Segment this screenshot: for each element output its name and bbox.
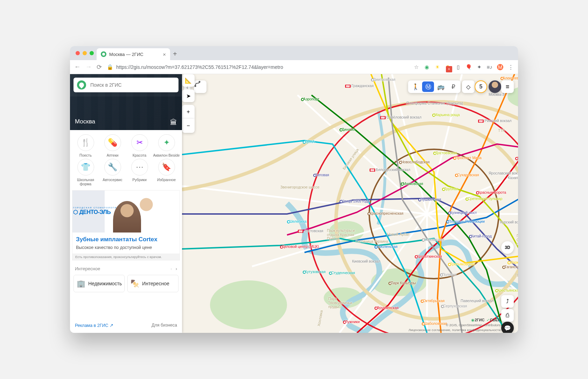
search-bar[interactable] bbox=[74, 78, 178, 92]
ext-music-icon[interactable]: ≡♪ bbox=[486, 64, 493, 70]
station-label[interactable]: Красные Ворота bbox=[478, 190, 506, 194]
station-label[interactable]: Улица 1905 года bbox=[342, 199, 370, 203]
station-label[interactable]: Китай-город bbox=[471, 234, 492, 238]
category-6[interactable]: ⋯Рубрики bbox=[126, 159, 153, 186]
station-label[interactable]: Аэропорт bbox=[303, 97, 319, 101]
print-button[interactable]: ⎙ bbox=[501, 309, 514, 322]
station-label[interactable]: Маяковская bbox=[403, 181, 423, 186]
station-label[interactable]: Павелецкий вокзал bbox=[461, 299, 493, 303]
station-label[interactable]: Проспект Мира bbox=[455, 156, 482, 160]
back-button[interactable]: ← bbox=[74, 63, 80, 71]
mode-bus[interactable]: 🚌 bbox=[435, 81, 447, 92]
category-2[interactable]: ✂Красота bbox=[126, 134, 153, 157]
station-label[interactable]: Казанский вокзал bbox=[508, 176, 518, 180]
station-label[interactable]: Алексеевская bbox=[503, 76, 518, 80]
ext-sun-icon[interactable]: ☀ bbox=[434, 64, 440, 70]
station-label[interactable]: Киевский вокзал bbox=[352, 259, 380, 263]
station-label[interactable]: Пушкинская bbox=[420, 197, 441, 201]
station-label[interactable]: Деловой центр (МЦК) bbox=[282, 244, 319, 249]
business-link[interactable]: Для бизнеса bbox=[152, 323, 177, 328]
category-1[interactable]: 💊Аптеки bbox=[99, 134, 126, 157]
locate-button[interactable]: ➤ bbox=[182, 90, 195, 102]
station-label[interactable]: Сретенский бульвар bbox=[468, 196, 502, 201]
chat-button[interactable]: 💬 bbox=[501, 322, 514, 333]
ads-link[interactable]: Реклама в 2ГИС ↗ bbox=[75, 323, 113, 328]
station-label[interactable]: Парк Строгановские пруды bbox=[517, 234, 518, 246]
station-label[interactable]: Беговая bbox=[315, 173, 329, 177]
ruler-button[interactable]: 📐 bbox=[182, 74, 195, 87]
station-label[interactable]: Звенигородское шоссе bbox=[280, 185, 319, 189]
station-label[interactable]: Марксистская bbox=[510, 260, 518, 264]
station-label[interactable]: Шелепиха bbox=[289, 219, 307, 223]
new-tab-button[interactable]: + bbox=[173, 50, 177, 58]
station-label[interactable]: Марьина роща bbox=[434, 113, 460, 117]
station-label[interactable]: D2Гражданская bbox=[345, 84, 373, 88]
star-icon[interactable]: ☆ bbox=[413, 64, 419, 70]
maximize-window[interactable] bbox=[90, 51, 94, 55]
station-label[interactable]: Красносельская bbox=[517, 156, 518, 160]
station-label[interactable]: Кутузовская bbox=[305, 270, 326, 274]
next-icon[interactable]: › bbox=[176, 266, 177, 271]
map-menu-button[interactable]: ≡ bbox=[501, 80, 514, 93]
category-0[interactable]: 🍴Поесть bbox=[72, 134, 99, 157]
station-label[interactable]: D2Рижский вокзал bbox=[478, 119, 511, 123]
ext-puzzle-icon[interactable]: ✦ bbox=[476, 64, 482, 70]
zoom-out-button[interactable]: − bbox=[182, 119, 195, 133]
station-label[interactable]: Лужники bbox=[345, 320, 360, 324]
ext-note-icon[interactable]: ▮6 bbox=[444, 64, 451, 70]
station-label[interactable]: Крестьянская застава bbox=[497, 288, 518, 292]
minimize-window[interactable] bbox=[83, 51, 87, 55]
station-label[interactable]: Смоленская bbox=[377, 244, 398, 249]
station-label[interactable]: Платформа Станколит (Закрыта) bbox=[406, 101, 463, 105]
layers-button[interactable]: ◇ bbox=[462, 80, 475, 93]
station-label[interactable]: Фрунзенская bbox=[377, 306, 399, 310]
map-canvas[interactable]: ДмитровскаяАлексеевскаяD2ГражданскаяПлат… bbox=[182, 74, 518, 333]
forward-button[interactable]: → bbox=[85, 63, 92, 71]
profile-avatar[interactable]: M bbox=[497, 64, 503, 70]
station-label[interactable]: Новый Арбат bbox=[387, 232, 410, 236]
browser-menu-icon[interactable]: ⋮ bbox=[507, 64, 514, 70]
ext-adblock-icon[interactable]: ◉ bbox=[424, 64, 430, 70]
station-label[interactable]: ЦСКА bbox=[305, 140, 315, 144]
search-input[interactable] bbox=[90, 82, 175, 88]
close-window[interactable] bbox=[76, 51, 80, 55]
station-label[interactable]: Курский вокзал bbox=[500, 220, 518, 224]
card-1[interactable]: 🍢Интересное bbox=[127, 275, 178, 292]
station-label[interactable]: Октябрьская bbox=[423, 299, 444, 303]
share-button[interactable]: ⤴ bbox=[501, 295, 514, 308]
3d-button[interactable]: 3D bbox=[501, 241, 514, 254]
city-icon[interactable]: 🏛 bbox=[170, 119, 177, 127]
browser-tab[interactable]: Москва — 2ГИС × bbox=[97, 48, 170, 60]
station-label[interactable]: Парк "Новодевичьи пруды" bbox=[328, 297, 360, 309]
station-label[interactable]: ТТК bbox=[498, 128, 505, 133]
station-label[interactable]: Боровицкая bbox=[424, 237, 444, 242]
routes-button[interactable] bbox=[194, 80, 206, 93]
station-label[interactable]: Кузнецкий мост bbox=[450, 210, 477, 215]
station-label[interactable]: Москва-3 bbox=[489, 92, 504, 96]
station-label[interactable]: Новослободская bbox=[401, 160, 429, 164]
ext-battery-icon[interactable]: ▯ bbox=[455, 64, 461, 70]
station-label[interactable]: Парк культуры и отдыха Красная Пресня bbox=[327, 229, 358, 241]
ext-balloon-icon[interactable]: 🎈 bbox=[465, 64, 472, 70]
station-label[interactable]: ТЦ "Таганский" bbox=[515, 273, 518, 277]
category-5[interactable]: 🔧Автосервис bbox=[99, 159, 126, 186]
user-avatar[interactable] bbox=[489, 80, 501, 93]
station-label[interactable]: Достоевская bbox=[435, 151, 457, 155]
category-3[interactable]: ✦Аквилон Beside bbox=[153, 134, 180, 157]
category-7[interactable]: 🔖Избранное bbox=[153, 159, 180, 186]
station-label[interactable]: Ярославский вокзал bbox=[489, 171, 518, 175]
station-label[interactable]: Сухаревская bbox=[457, 173, 479, 177]
station-label[interactable]: Площадь Революции bbox=[448, 219, 485, 223]
station-label[interactable]: Парк Культуры bbox=[391, 281, 416, 285]
ad-block[interactable]: ГОРОДСКАЯ СТОМАТОЛОГИЯ⬡ ДЕНТО-ЭЛЬ Зубные… bbox=[72, 190, 180, 260]
station-label[interactable]: D2Тестовская bbox=[298, 229, 323, 233]
station-label[interactable]: Трубная bbox=[444, 187, 458, 191]
station-label[interactable]: Серпуховская bbox=[443, 304, 467, 308]
station-label[interactable]: Динамо bbox=[342, 127, 355, 131]
station-label[interactable]: Студенческая bbox=[331, 271, 355, 275]
station-label[interactable]: D2Белорусский вокзал bbox=[370, 167, 410, 172]
mode-metro[interactable]: Ⓜ bbox=[422, 81, 434, 92]
mode-walk[interactable]: 🚶 bbox=[410, 81, 421, 92]
mode-ruble[interactable]: ₽ bbox=[447, 81, 459, 92]
station-label[interactable]: Краснопресненская bbox=[370, 211, 403, 215]
